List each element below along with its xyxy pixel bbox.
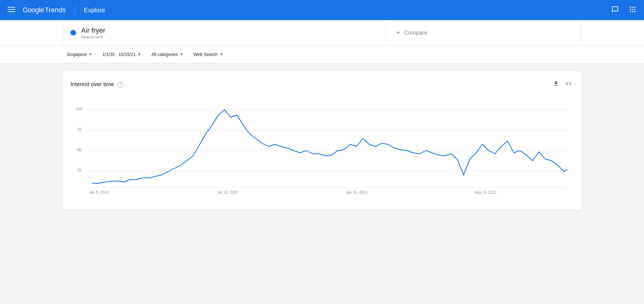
download-button[interactable]: [551, 79, 561, 90]
chart-header: Interest over time ?: [70, 79, 574, 90]
chart-title-area: Interest over time ?: [70, 81, 124, 88]
category-filter-label: All categories: [151, 52, 178, 57]
logo: Google Trends: [23, 6, 66, 14]
compare-container[interactable]: + Compare: [386, 24, 581, 42]
date-range-chevron-icon: ▼: [138, 52, 142, 57]
date-range-filter-label: 1/1/20 - 10/15/21: [103, 52, 136, 57]
compare-label: Compare: [404, 30, 427, 36]
svg-point-3: [630, 7, 631, 8]
svg-point-8: [634, 9, 636, 10]
svg-point-5: [634, 7, 636, 8]
header-divider: [75, 5, 75, 15]
svg-rect-1: [8, 9, 15, 10]
region-filter-label: Singapore: [67, 52, 87, 57]
svg-text:100: 100: [76, 107, 82, 111]
svg-rect-0: [8, 7, 15, 8]
apps-icon[interactable]: [626, 3, 639, 17]
region-chevron-icon: ▼: [89, 52, 92, 57]
filters-bar: Singapore ▼ 1/1/20 - 10/15/21 ▼ All cate…: [0, 46, 644, 64]
svg-text:50: 50: [77, 148, 81, 152]
svg-text:25: 25: [77, 168, 81, 173]
svg-point-9: [630, 11, 631, 12]
svg-text:75: 75: [77, 127, 81, 132]
svg-rect-2: [8, 11, 15, 12]
search-type-filter[interactable]: Web Search ▼: [190, 49, 227, 59]
svg-point-4: [632, 7, 633, 8]
svg-text:Jan 31, 2021: Jan 31, 2021: [346, 190, 368, 195]
embed-button[interactable]: [564, 79, 574, 90]
svg-text:Jul 19, 2020: Jul 19, 2020: [217, 190, 238, 195]
chart-card: Interest over time ? 100: [63, 71, 581, 210]
search-term-text: Air fryer Search term: [81, 26, 105, 39]
main-content: Interest over time ? 100: [0, 64, 644, 217]
search-dot: [70, 30, 76, 36]
date-range-filter[interactable]: 1/1/20 - 10/15/21 ▼: [99, 49, 145, 59]
svg-text:Jan 5, 2020: Jan 5, 2020: [89, 190, 109, 195]
search-right-spacer: [581, 20, 644, 45]
logo-google: Google: [23, 6, 44, 14]
search-term-container: Air fryer Search term: [63, 21, 386, 44]
search-term-label: Search term: [81, 35, 105, 39]
category-filter[interactable]: All categories ▼: [147, 49, 187, 59]
search-area: Air fryer Search term + Compare: [0, 20, 644, 46]
feedback-icon[interactable]: [609, 3, 621, 17]
help-icon[interactable]: ?: [117, 81, 124, 88]
chart-title: Interest over time: [70, 81, 114, 88]
region-filter[interactable]: Singapore ▼: [63, 49, 96, 59]
logo-trends: Trends: [45, 6, 66, 14]
header-explore-label: Explore: [84, 7, 105, 14]
svg-text:Aug 15, 2021: Aug 15, 2021: [474, 190, 497, 195]
search-type-filter-label: Web Search: [193, 52, 218, 57]
search-term-name: Air fryer: [81, 26, 105, 35]
chart-area: 100 75 50 25 Jan 5, 2020 Jul 19, 2020 Ja…: [70, 98, 574, 205]
svg-point-10: [632, 11, 633, 12]
category-chevron-icon: ▼: [180, 52, 184, 57]
svg-point-6: [630, 9, 631, 10]
chart-svg: 100 75 50 25 Jan 5, 2020 Jul 19, 2020 Ja…: [70, 98, 574, 205]
search-type-chevron-icon: ▼: [219, 52, 223, 57]
compare-plus-icon: +: [396, 29, 400, 37]
header: Google Trends Explore: [0, 0, 644, 20]
svg-point-7: [632, 9, 633, 10]
menu-icon[interactable]: [5, 3, 18, 17]
search-left-spacer: [0, 20, 63, 45]
chart-actions: [551, 79, 574, 90]
svg-point-11: [634, 11, 636, 12]
